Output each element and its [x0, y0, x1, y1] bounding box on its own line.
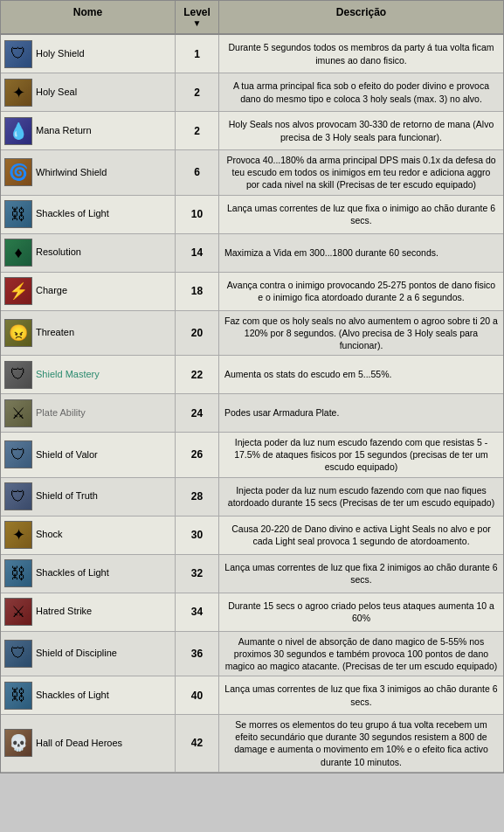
skill-desc: Provoca 40...180% da arma principal DPS … — [219, 150, 503, 195]
skill-name-label: Resolution — [36, 246, 81, 258]
skill-icon: 🛡 — [4, 40, 32, 68]
skill-name-cell: ⚔ Hatred Strike — [1, 593, 176, 631]
skill-level: 22 — [176, 356, 219, 393]
skill-name-cell: ♦ Resolution — [1, 234, 176, 272]
skill-name-cell: 💀 Hall of Dead Heroes — [1, 715, 176, 772]
table-row: ✦ Holy Seal 2 A tua arma principal fica … — [1, 73, 503, 112]
skill-level: 26 — [176, 433, 219, 477]
skill-name-label: Shock — [36, 529, 63, 540]
table-row: 💧 Mana Return 2 Holy Seals nos alvos pro… — [1, 112, 503, 150]
skill-icon: ✦ — [4, 79, 32, 107]
skill-icon: ♦ — [4, 239, 32, 267]
skill-desc: Aumenta os stats do escudo em 5...55%. — [219, 356, 503, 393]
skill-desc: Injecta poder da luz num escudo fazendo … — [219, 433, 503, 477]
skill-icon: ⛓ — [4, 682, 32, 710]
skill-icon: ⚔ — [4, 598, 32, 626]
skill-desc: A tua arma principal fica sob o efeito d… — [219, 73, 503, 111]
skill-icon: 😠 — [4, 319, 32, 347]
skill-icon: ⛓ — [4, 200, 32, 228]
skill-level: 36 — [176, 632, 219, 676]
skill-desc: Aumante o nivel de absorção de dano magi… — [219, 632, 503, 676]
skill-name-cell: ⛓ Shackles of Light — [1, 196, 176, 233]
skill-desc: Avança contra o inimigo provocando 25-27… — [219, 273, 503, 310]
skill-level: 20 — [176, 311, 219, 356]
skill-name-label: Charge — [36, 285, 67, 296]
skill-name-cell: ✦ Holy Seal — [1, 73, 176, 111]
skill-desc: Causa 20-220 de Dano divino e activa Lig… — [219, 517, 503, 554]
skill-name-cell: ⛓ Shackles of Light — [1, 676, 176, 714]
table-row: ⚡ Charge 18 Avança contra o inimigo prov… — [1, 273, 503, 311]
skill-name-cell: 🛡 Shield of Truth — [1, 478, 176, 516]
skill-name-label: Mana Return — [36, 125, 92, 136]
table-row: ⛓ Shackles of Light 40 Lança umas corren… — [1, 676, 503, 715]
table-row: ♦ Resolution 14 Maximiza a Vida em 300..… — [1, 234, 503, 273]
skill-name-cell: 🛡 Shield Mastery — [1, 356, 176, 393]
table-row: 🛡 Shield of Discipline 36 Aumante o nive… — [1, 632, 503, 677]
skill-name-label: Whirlwind Shield — [36, 167, 107, 178]
skill-desc: Injecta poder da luz num escudo fazendo … — [219, 478, 503, 516]
skill-level: 28 — [176, 478, 219, 516]
skill-name-label: Shackles of Light — [36, 690, 109, 701]
table-row: ⛓ Shackles of Light 10 Lança umas corren… — [1, 196, 503, 234]
table-row: ✦ Shock 30 Causa 20-220 de Dano divino e… — [1, 517, 503, 555]
skill-level: 30 — [176, 517, 219, 554]
skill-desc: Se morres os elementos do teu grupo á tu… — [219, 715, 503, 772]
skill-level: 2 — [176, 73, 219, 111]
skill-name-cell: ✦ Shock — [1, 517, 176, 554]
skill-name-label: Plate Ability — [36, 407, 86, 419]
skill-level: 1 — [176, 35, 219, 73]
skill-name-label: Shield of Discipline — [36, 648, 117, 659]
skill-name-label: Shackles of Light — [36, 208, 109, 219]
skill-name-cell: 💧 Mana Return — [1, 112, 176, 149]
skill-desc: Holy Seals nos alvos provocam 30-330 de … — [219, 112, 503, 149]
skill-level: 10 — [176, 196, 219, 233]
skill-icon: 🛡 — [4, 440, 32, 468]
skill-level: 32 — [176, 555, 219, 593]
skill-name-cell: ⛓ Shackles of Light — [1, 555, 176, 593]
skill-desc: Lança umas correntes de luz que fixa o i… — [219, 196, 503, 233]
skill-name-cell: 😠 Threaten — [1, 311, 176, 356]
skill-name-label: Holy Seal — [36, 87, 77, 98]
skill-name-cell: 🌀 Whirlwind Shield — [1, 150, 176, 195]
skill-icon: ⚡ — [4, 277, 32, 305]
skill-icon: 🛡 — [4, 361, 32, 389]
skill-icon: 💀 — [4, 729, 32, 757]
skill-name-label: Shackles of Light — [36, 567, 109, 579]
table-row: 🛡 Holy Shield 1 Durante 5 segundos todos… — [1, 35, 503, 73]
skill-icon: 💧 — [4, 117, 32, 145]
table-row: 🛡 Shield of Truth 28 Injecta poder da lu… — [1, 478, 503, 517]
skill-level: 40 — [176, 676, 219, 714]
skill-icon: 🛡 — [4, 482, 32, 510]
table-header: Nome Level ▼ Descrição — [1, 1, 503, 35]
table-row: 🛡 Shield Mastery 22 Aumenta os stats do … — [1, 356, 503, 394]
table-row: ⚔ Plate Ability 24 Podes usar Armadura P… — [1, 394, 503, 433]
skill-desc: Faz com que os holy seals no alvo aument… — [219, 311, 503, 356]
skill-desc: Podes usar Armadura Plate. — [219, 394, 503, 432]
skill-icon: 🛡 — [4, 640, 32, 668]
skill-name-label: Shield Mastery — [36, 369, 100, 380]
table-row: ⚔ Hatred Strike 34 Durante 15 secs o agr… — [1, 593, 503, 632]
skill-name-label: Shield of Truth — [36, 490, 98, 502]
skill-icon: ⛓ — [4, 559, 32, 587]
skill-level: 14 — [176, 234, 219, 272]
skill-name-label: Threaten — [36, 327, 74, 338]
skill-name-label: Shield of Valor — [36, 449, 98, 461]
skill-level: 18 — [176, 273, 219, 310]
skill-name-cell: ⚔ Plate Ability — [1, 394, 176, 432]
skill-name-cell: 🛡 Holy Shield — [1, 35, 176, 73]
skill-desc: Lança umas correntes de luz que fixa 3 i… — [219, 676, 503, 714]
skill-level: 2 — [176, 112, 219, 149]
skill-level: 24 — [176, 394, 219, 432]
skill-name-label: Holy Shield — [36, 48, 85, 59]
skill-desc: Durante 15 secs o agroo criado pelos teu… — [219, 593, 503, 631]
skill-desc: Durante 5 segundos todos os membros da p… — [219, 35, 503, 73]
header-level: Level ▼ — [176, 1, 219, 33]
table-row: 🌀 Whirlwind Shield 6 Provoca 40...180% d… — [1, 150, 503, 196]
header-desc: Descrição — [219, 1, 503, 33]
skill-name-cell: 🛡 Shield of Valor — [1, 433, 176, 477]
skill-name-cell: ⚡ Charge — [1, 273, 176, 310]
skill-level: 6 — [176, 150, 219, 195]
skill-icon: ✦ — [4, 521, 32, 549]
skill-desc: Lança umas correntes de luz que fixa 2 i… — [219, 555, 503, 593]
skill-icon: 🌀 — [4, 158, 32, 186]
